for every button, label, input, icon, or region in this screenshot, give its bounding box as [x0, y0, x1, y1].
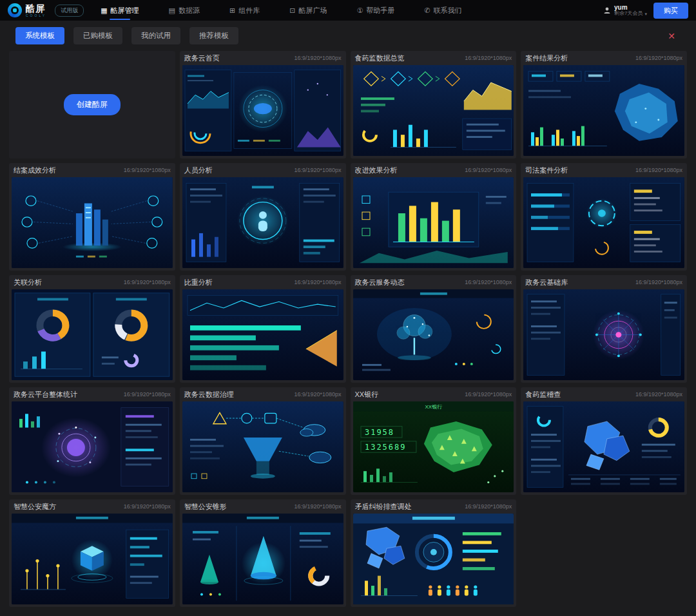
bank-stat-1: 31958 [364, 428, 394, 437]
template-title: 改进效果分析 [355, 166, 398, 175]
app-logo[interactable]: 酷屏 COOLY 试用版 [8, 3, 84, 17]
template-card: 食药监数据总览16:9/1920*1080px [351, 51, 517, 159]
template-thumbnail[interactable] [523, 289, 684, 380]
template-thumbnail[interactable] [353, 514, 514, 604]
tab-my-trial[interactable]: 我的试用 [131, 27, 180, 44]
template-card: 智慧公安锥形16:9/1920*1080px [180, 499, 346, 607]
template-card: 比重分析16:9/1920*1080px [180, 275, 346, 383]
bank-title-text: XX银行 [425, 404, 442, 410]
template-thumbnail[interactable] [12, 289, 173, 380]
logo-icon [8, 3, 22, 17]
template-size: 16:9/1920*1080px [465, 503, 512, 510]
template-thumbnail[interactable] [523, 401, 684, 492]
template-tabs: 系统模板 已购模板 我的试用 推荐模板 ✕ [0, 21, 696, 48]
template-size: 16:9/1920*1080px [124, 503, 171, 510]
template-thumbnail[interactable] [182, 65, 343, 156]
nav-item-screen-management[interactable]: ▦ 酷屏管理 [101, 0, 139, 21]
grid-icon: ▦ [101, 7, 107, 14]
template-size: 16:9/1920*1080px [635, 55, 682, 61]
logo-subtitle: COOLY [26, 14, 46, 17]
market-icon: ⊡ [289, 7, 295, 14]
nav-item-data-source[interactable]: ▤ 数据源 [169, 0, 200, 21]
phone-icon: ✆ [424, 7, 430, 14]
template-title: 食药监数据总览 [355, 53, 405, 63]
nav-label: 组件库 [238, 6, 260, 15]
database-icon: ▤ [169, 7, 175, 14]
template-title: 案件结果分析 [525, 53, 568, 63]
template-card: 政务云首页16:9/1920*1080px [180, 51, 346, 159]
template-grid: 创建酷屏 政务云首页16:9/1920*1080px [0, 48, 696, 612]
template-size: 16:9/1920*1080px [635, 167, 682, 173]
nav-label: 联系我们 [433, 6, 461, 15]
template-title: 智慧公安锥形 [184, 502, 227, 512]
template-thumbnail[interactable] [12, 177, 173, 268]
nav-item-component-library[interactable]: ⊞ 组件库 [229, 0, 260, 21]
template-card: 司法案件分析16:9/1920*1080px [521, 163, 687, 271]
chevron-down-icon: ▾ [644, 12, 647, 17]
main-nav: ▦ 酷屏管理 ▤ 数据源 ⊞ 组件库 ⊡ 酷屏广场 ① 帮助手册 ✆ 联系我们 [101, 0, 461, 21]
nav-label: 帮助手册 [366, 6, 394, 15]
template-title: 关联分析 [14, 278, 42, 287]
template-card: 关联分析16:9/1920*1080px [9, 275, 175, 383]
user-account[interactable]: yum 剩余7天会员 ▾ [603, 4, 647, 17]
tab-recommended-templates[interactable]: 推荐模板 [189, 27, 238, 44]
template-card: XX银行16:9/1920*1080px XX银行 31958 1325689 [351, 387, 517, 495]
template-card: 政务云数据治理16:9/1920*1080px [180, 387, 346, 495]
template-thumbnail[interactable] [12, 401, 173, 492]
template-title: 政务云平台整体统计 [14, 390, 77, 399]
nav-item-help-manual[interactable]: ① 帮助手册 [356, 0, 394, 21]
tab-purchased-templates[interactable]: 已购模板 [73, 27, 122, 44]
template-thumbnail[interactable] [523, 177, 684, 268]
template-card: 智慧公安魔方16:9/1920*1080px [9, 499, 175, 607]
nav-label: 酷屏管理 [111, 6, 139, 15]
template-thumbnail[interactable] [182, 514, 343, 604]
nav-label: 数据源 [179, 6, 200, 15]
trial-version-badge: 试用版 [55, 5, 84, 17]
template-thumbnail[interactable] [353, 289, 514, 380]
template-card: 人员分析16:9/1920*1080px [180, 163, 346, 271]
template-thumbnail[interactable] [523, 65, 684, 156]
template-thumbnail[interactable] [12, 514, 173, 604]
user-membership-text: 剩余7天会员 [614, 11, 643, 17]
template-size: 16:9/1920*1080px [124, 391, 171, 398]
template-thumbnail[interactable]: XX银行 31958 1325689 [353, 401, 514, 492]
template-thumbnail[interactable] [182, 289, 343, 380]
create-screen-button[interactable]: 创建酷屏 [64, 94, 121, 115]
template-title: XX银行 [355, 390, 379, 399]
template-title: 人员分析 [184, 166, 213, 175]
user-icon [603, 6, 611, 14]
template-size: 16:9/1920*1080px [635, 391, 682, 398]
template-card: 结案成效分析16:9/1920*1080px [9, 163, 175, 271]
template-thumbnail[interactable] [182, 177, 343, 268]
template-card: 矛盾纠纷排查调处16:9/1920*1080px [351, 499, 517, 607]
template-title: 矛盾纠纷排查调处 [355, 502, 412, 512]
template-title: 政务云首页 [184, 53, 220, 63]
template-title: 司法案件分析 [525, 166, 568, 175]
buy-button[interactable]: 购买 [653, 3, 688, 19]
template-size: 16:9/1920*1080px [465, 167, 512, 173]
component-icon: ⊞ [229, 7, 235, 14]
template-size: 16:9/1920*1080px [124, 279, 171, 285]
top-navbar: 酷屏 COOLY 试用版 ▦ 酷屏管理 ▤ 数据源 ⊞ 组件库 ⊡ 酷屏广场 ①… [0, 0, 696, 21]
template-card: 改进效果分析16:9/1920*1080px [351, 163, 517, 271]
template-size: 16:9/1920*1080px [294, 55, 341, 61]
template-card: 政务云平台整体统计16:9/1920*1080px [9, 387, 175, 495]
bank-stat-2: 1325689 [364, 443, 405, 452]
logo-title: 酷屏 [26, 4, 46, 13]
create-screen-card: 创建酷屏 [9, 51, 175, 159]
template-title: 比重分析 [184, 278, 213, 287]
template-thumbnail[interactable] [353, 177, 514, 268]
template-thumbnail[interactable] [353, 65, 514, 156]
template-thumbnail[interactable] [182, 401, 343, 492]
nav-item-contact-us[interactable]: ✆ 联系我们 [424, 0, 461, 21]
tab-system-templates[interactable]: 系统模板 [15, 27, 64, 44]
close-icon[interactable]: ✕ [662, 31, 681, 41]
template-title: 政务云服务动态 [355, 278, 405, 287]
nav-item-screen-plaza[interactable]: ⊡ 酷屏广场 [289, 0, 327, 21]
template-title: 食药监稽查 [525, 390, 561, 399]
template-size: 16:9/1920*1080px [635, 279, 682, 285]
template-size: 16:9/1920*1080px [294, 503, 341, 510]
template-title: 智慧公安魔方 [14, 502, 56, 512]
template-size: 16:9/1920*1080px [294, 391, 341, 398]
template-size: 16:9/1920*1080px [124, 167, 171, 173]
